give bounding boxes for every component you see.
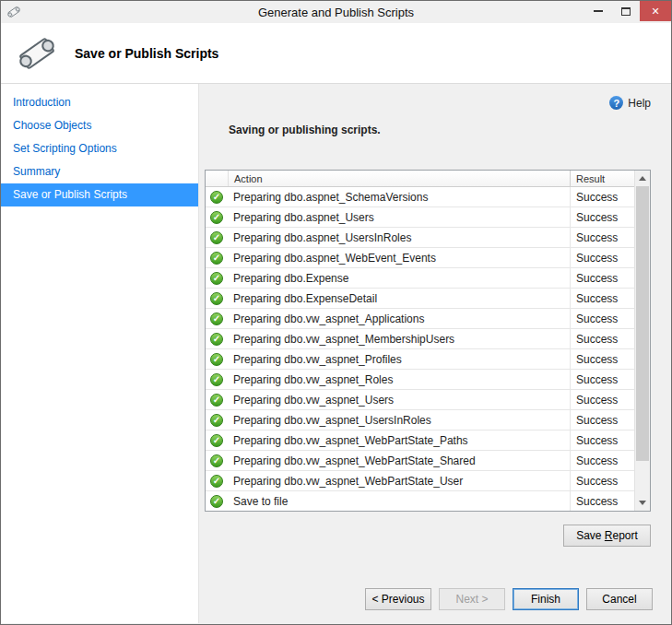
status-icon-cell: ✓ (206, 207, 228, 227)
sidebar-item-introduction[interactable]: Introduction (1, 91, 198, 114)
result-cell: Success (570, 410, 634, 430)
success-check-icon: ✓ (210, 333, 223, 346)
result-cell: Success (570, 268, 634, 288)
maximize-button[interactable] (612, 1, 640, 21)
table-row[interactable]: ✓Preparing dbo.vw_aspnet_WebPartState_Us… (206, 471, 634, 491)
table-row[interactable]: ✓Preparing dbo.vw_aspnet_WebPartState_Pa… (206, 430, 634, 451)
result-cell: Success (570, 329, 634, 348)
script-scroll-icon (6, 5, 21, 19)
previous-button[interactable]: < Previous (365, 588, 431, 610)
help-icon: ? (609, 96, 623, 110)
action-cell: Preparing dbo.vw_aspnet_Users (228, 390, 570, 409)
sidebar-item-save-or-publish-scripts[interactable]: Save or Publish Scripts (1, 183, 198, 206)
success-check-icon: ✓ (210, 252, 223, 265)
close-button[interactable]: ✕ (640, 1, 671, 21)
success-check-icon: ✓ (210, 211, 223, 224)
scroll-down-button[interactable] (635, 495, 650, 511)
action-cell: Save to file (228, 491, 570, 511)
help-label: Help (628, 97, 651, 110)
wizard-window: Generate and Publish Scripts ✕ Save or P… (0, 0, 672, 625)
table-row[interactable]: ✓Preparing dbo.vw_aspnet_ProfilesSuccess (206, 349, 634, 370)
table-row[interactable]: ✓Preparing dbo.vw_aspnet_RolesSuccess (206, 370, 634, 390)
table-scrollbar[interactable] (634, 171, 650, 511)
result-cell: Success (570, 309, 634, 328)
table-row[interactable]: ✓Preparing dbo.aspnet_SchemaVersionsSucc… (206, 187, 634, 207)
action-cell: Preparing dbo.vw_aspnet_WebPartState_Pat… (228, 430, 570, 450)
status-icon-cell: ✓ (206, 329, 228, 348)
action-cell: Preparing dbo.vw_aspnet_UsersInRoles (228, 410, 570, 430)
table-row[interactable]: ✓Preparing dbo.vw_aspnet_ApplicationsSuc… (206, 309, 634, 329)
action-cell: Preparing dbo.aspnet_WebEvent_Events (228, 248, 570, 267)
table-row[interactable]: ✓Preparing dbo.ExpenseDetailSuccess (206, 289, 634, 309)
result-cell: Success (570, 430, 634, 450)
action-cell: Preparing dbo.vw_aspnet_Roles (228, 370, 570, 389)
scroll-up-button[interactable] (635, 171, 650, 186)
content-area: ? Help Saving or publishing scripts. Act… (199, 84, 671, 623)
table-row[interactable]: ✓Preparing dbo.aspnet_WebEvent_EventsSuc… (206, 248, 634, 268)
status-icon-cell: ✓ (206, 187, 228, 206)
scrollbar-thumb[interactable] (636, 186, 649, 461)
result-cell: Success (570, 390, 634, 409)
column-header-result[interactable]: Result (570, 171, 634, 186)
results-grid: Action Result ✓Preparing dbo.aspnet_Sche… (205, 170, 651, 512)
success-check-icon: ✓ (210, 373, 223, 386)
action-cell: Preparing dbo.vw_aspnet_MembershipUsers (228, 329, 570, 348)
result-cell: Success (570, 228, 634, 247)
table-row[interactable]: ✓Preparing dbo.aspnet_UsersSuccess (206, 207, 634, 228)
scrollbar-track[interactable] (635, 186, 650, 495)
status-icon-cell: ✓ (206, 349, 228, 369)
status-icon-cell: ✓ (206, 410, 228, 430)
table-row[interactable]: ✓Preparing dbo.ExpenseSuccess (206, 268, 634, 289)
table-row[interactable]: ✓Preparing dbo.vw_aspnet_UsersSuccess (206, 390, 634, 410)
result-cell: Success (570, 471, 634, 490)
window-title: Generate and Publish Scripts (1, 6, 671, 19)
result-cell: Success (570, 289, 634, 308)
action-cell: Preparing dbo.aspnet_UsersInRoles (228, 228, 570, 247)
result-cell: Success (570, 248, 634, 267)
next-button: Next > (439, 588, 505, 610)
success-check-icon: ✓ (210, 475, 223, 488)
title-bar[interactable]: Generate and Publish Scripts ✕ (1, 1, 671, 23)
status-icon-cell: ✓ (206, 491, 228, 511)
result-cell: Success (570, 451, 634, 470)
wizard-navigation: < Previous Next > Finish Cancel (365, 588, 653, 610)
action-cell: Preparing dbo.aspnet_SchemaVersions (228, 187, 570, 206)
sidebar-item-choose-objects[interactable]: Choose Objects (1, 114, 198, 137)
close-icon: ✕ (651, 6, 659, 18)
sidebar-item-summary[interactable]: Summary (1, 160, 198, 183)
table-row[interactable]: ✓Preparing dbo.vw_aspnet_WebPartState_Sh… (206, 451, 634, 471)
status-icon-cell: ✓ (206, 390, 228, 409)
finish-button[interactable]: Finish (513, 588, 579, 610)
sidebar-item-set-scripting-options[interactable]: Set Scripting Options (1, 137, 198, 160)
help-link[interactable]: ? Help (609, 96, 651, 110)
action-cell: Preparing dbo.Expense (228, 268, 570, 288)
minimize-icon (594, 10, 603, 12)
minimize-button[interactable] (584, 1, 612, 21)
table-row[interactable]: ✓Preparing dbo.vw_aspnet_UsersInRolesSuc… (206, 410, 634, 430)
wizard-steps: IntroductionChoose ObjectsSet Scripting … (1, 84, 199, 623)
result-cell: Success (570, 370, 634, 389)
success-check-icon: ✓ (210, 434, 223, 447)
scroll-up-icon (639, 176, 646, 181)
table-row[interactable]: ✓Preparing dbo.aspnet_UsersInRolesSucces… (206, 228, 634, 248)
success-check-icon: ✓ (210, 353, 223, 366)
script-scroll-icon (16, 33, 58, 74)
cancel-button[interactable]: Cancel (586, 588, 653, 610)
table-row[interactable]: ✓Save to fileSuccess (206, 491, 634, 511)
result-cell: Success (570, 491, 634, 511)
status-icon-cell: ✓ (206, 451, 228, 470)
success-check-icon: ✓ (210, 292, 223, 305)
status-icon-cell: ✓ (206, 430, 228, 450)
status-icon-cell: ✓ (206, 309, 228, 328)
icon-column-header (206, 171, 228, 186)
success-check-icon: ✓ (210, 454, 223, 467)
column-header-action[interactable]: Action (228, 171, 570, 186)
action-cell: Preparing dbo.vw_aspnet_Applications (228, 309, 570, 328)
action-cell: Preparing dbo.ExpenseDetail (228, 289, 570, 308)
table-row[interactable]: ✓Preparing dbo.vw_aspnet_MembershipUsers… (206, 329, 634, 349)
success-check-icon: ✓ (210, 495, 223, 508)
success-check-icon: ✓ (210, 191, 223, 204)
action-cell: Preparing dbo.aspnet_Users (228, 207, 570, 227)
status-text: Saving or publishing scripts. (229, 124, 381, 136)
save-report-button[interactable]: Save Report (563, 525, 651, 547)
